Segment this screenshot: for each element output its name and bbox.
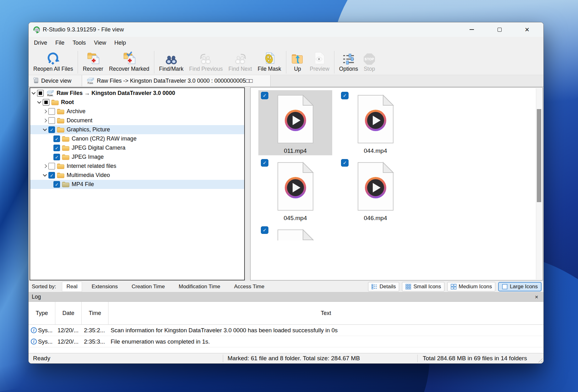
file-name: 011.mp4 <box>258 147 332 154</box>
maximize-icon <box>498 28 502 32</box>
log-cell-type: Sys... <box>38 327 52 334</box>
tab-raw-files[interactable]: Raw. Raw Files -> Kingston DataTraveler … <box>82 75 271 86</box>
details-view-icon <box>372 284 377 290</box>
view-button-medium-icons[interactable]: Medium Icons <box>447 282 495 291</box>
chevron-down-icon[interactable] <box>43 173 47 177</box>
log-row[interactable]: Sys... 12/20/... 2:35:2... Scan informat… <box>29 325 543 336</box>
file-name: 046.mp4 <box>339 215 412 222</box>
file-item-044[interactable]: 044.mp4 <box>339 90 412 155</box>
recover-icon <box>86 51 100 65</box>
log-cell-date: 12/20/... <box>55 336 82 347</box>
file-item-046[interactable]: 046.mp4 <box>339 157 412 223</box>
tree-row-label: Canon (CR2) RAW image <box>72 135 136 142</box>
tree-row-jpeg-digital-camera[interactable]: JPEG Digital Camera <box>30 143 244 152</box>
log-column-type[interactable]: Type <box>29 302 55 324</box>
checkbox-unchecked[interactable] <box>48 108 55 115</box>
sort-bar: Sorted by: Real Extensions Creation Time… <box>29 281 543 292</box>
raw-files-icon: Raw. <box>46 90 55 97</box>
tree-row-root[interactable]: Root <box>30 98 244 107</box>
log-column-time[interactable]: Time <box>82 302 108 324</box>
log-cell-date: 12/20/... <box>55 325 82 336</box>
checkbox-unchecked[interactable] <box>48 163 55 169</box>
log-cell-text: Scan information for Kingston DataTravel… <box>108 325 543 336</box>
tree-row-label: Multimedia Video <box>67 172 110 179</box>
tree-row-jpeg-image[interactable]: JPEG Image <box>30 152 244 162</box>
file-checkbox[interactable] <box>261 226 268 234</box>
tree-row-canon-cr2[interactable]: Canon (CR2) RAW image <box>30 134 244 143</box>
log-column-text[interactable]: Text <box>108 302 543 324</box>
menu-item-drive[interactable]: Drive <box>30 38 51 48</box>
tree-row-multimedia-video[interactable]: Multimedia Video <box>30 171 244 180</box>
view-button-small-icons[interactable]: Small Icons <box>402 282 444 291</box>
minimize-button[interactable] <box>458 22 486 37</box>
checkbox-checked[interactable] <box>53 135 60 142</box>
file-item-045[interactable]: 045.mp4 <box>258 157 332 223</box>
menu-item-help[interactable]: Help <box>110 38 130 48</box>
chevron-right-icon[interactable] <box>43 119 47 123</box>
folder-icon <box>57 163 64 169</box>
tree-row-graphics-picture[interactable]: Graphics, Picture <box>30 125 244 134</box>
maximize-button[interactable] <box>486 22 513 37</box>
checkbox-checked[interactable] <box>48 126 55 133</box>
chevron-right-icon[interactable] <box>43 164 47 168</box>
chevron-down-icon[interactable] <box>43 127 47 131</box>
tree-row-archive[interactable]: Archive <box>30 107 244 116</box>
close-button[interactable]: ✕ <box>513 22 541 37</box>
file-item-011[interactable]: 011.mp4 <box>258 90 332 155</box>
chevron-down-icon[interactable] <box>37 100 41 104</box>
tree-row-raw-files[interactable]: Raw. Raw Files → Kingston DataTraveler 3… <box>30 89 244 98</box>
tab-device-view-label: Device view <box>41 78 71 84</box>
tab-device-view[interactable]: Device view <box>29 75 82 86</box>
file-checkbox[interactable] <box>261 92 268 99</box>
sort-option-creation-time[interactable]: Creation Time <box>127 282 169 291</box>
log-column-date[interactable]: Date <box>55 302 82 324</box>
checkbox-checked[interactable] <box>53 181 60 188</box>
rstudio-window: R-Studio 9.3.191259 - File view ✕ Drive … <box>28 22 544 364</box>
toolbar-button-reopen-all-files[interactable]: Reopen All Files <box>30 50 76 73</box>
log-close-button[interactable]: ✕ <box>533 295 540 300</box>
menu-item-view[interactable]: View <box>90 38 110 48</box>
tree-row-internet-related-files[interactable]: Internet related files <box>30 162 244 171</box>
toolbar-button-recover[interactable]: Recover <box>80 50 106 73</box>
chevron-down-icon[interactable] <box>31 91 36 95</box>
vertical-scrollbar[interactable] <box>536 88 542 279</box>
toolbar-separator <box>286 51 286 74</box>
toolbar-button-options[interactable]: Options <box>336 50 361 73</box>
reopen-all-files-icon <box>47 51 60 65</box>
file-checkbox[interactable] <box>341 92 349 99</box>
folder-icon <box>57 108 64 115</box>
checkbox-checked[interactable] <box>53 145 60 151</box>
view-button-details[interactable]: Details <box>368 282 399 291</box>
checkbox-unchecked[interactable] <box>48 117 55 124</box>
sort-option-modification-time[interactable]: Modification Time <box>174 282 224 291</box>
tree-row-label: JPEG Digital Camera <box>72 145 125 151</box>
log-cell-type: Sys... <box>38 338 52 345</box>
log-row[interactable]: Sys... 12/20/... 2:35:3... File enumerat… <box>29 336 543 347</box>
file-item-partial[interactable] <box>258 225 332 240</box>
sort-option-extensions[interactable]: Extensions <box>87 282 122 291</box>
scrollbar-thumb[interactable] <box>537 109 541 202</box>
sort-option-real[interactable]: Real <box>62 282 82 292</box>
status-marked-summary: Marked: 61 file and 8 folder. Total size… <box>223 355 417 362</box>
chevron-right-icon[interactable] <box>43 109 47 113</box>
file-checkbox[interactable] <box>261 159 268 167</box>
tristate-checkbox[interactable] <box>37 90 44 97</box>
toolbar-button-up[interactable]: Up <box>288 50 307 73</box>
toolbar-button-file-mask[interactable]: File Mask <box>255 50 284 73</box>
file-checkbox[interactable] <box>341 159 349 167</box>
checkbox-checked[interactable] <box>53 154 60 160</box>
info-icon <box>31 339 37 345</box>
view-button-large-icons[interactable]: Large Icons <box>498 282 542 291</box>
sort-option-access-time[interactable]: Access Time <box>230 282 269 291</box>
toolbar-button-find-mark[interactable]: Find/Mark <box>156 50 186 73</box>
tree-row-document[interactable]: Document <box>30 116 244 125</box>
toolbar-button-find-next: Find Next <box>226 50 255 73</box>
menu-item-tools[interactable]: Tools <box>69 38 90 48</box>
find-mark-icon <box>164 51 178 65</box>
toolbar-button-recover-marked[interactable]: Recover Marked <box>106 50 152 73</box>
checkbox-checked[interactable] <box>48 172 55 179</box>
tristate-checkbox[interactable] <box>43 99 49 106</box>
folder-icon <box>62 145 69 151</box>
tree-row-mp4-file[interactable]: MP4 File <box>30 180 244 189</box>
menu-item-file[interactable]: File <box>51 38 69 48</box>
